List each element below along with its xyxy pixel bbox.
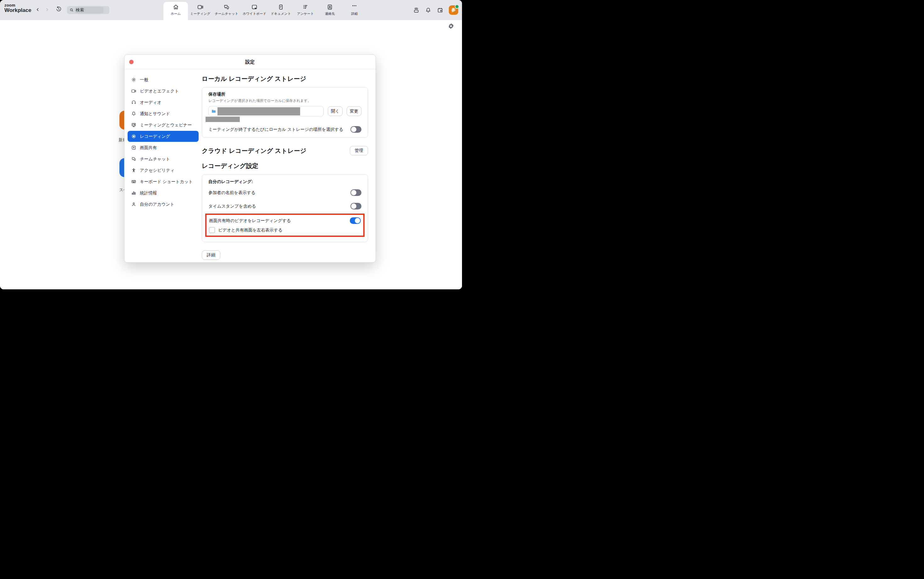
manage-button[interactable]: 管理 [350,146,368,155]
sidebar-item-statistics[interactable]: 統計情報 [128,187,199,198]
tab-home[interactable]: ホーム [163,2,188,20]
search-icon [70,8,74,12]
settings-sidebar: 一般 ビデオとエフェクト オーディオ [124,69,202,262]
keyboard-icon [131,179,136,184]
search-placeholder: 検索 [76,7,84,13]
calendar-icon[interactable] [437,7,443,13]
local-storage-card: 保存場所 レコーディングが選択された場所でローカルに保存されます。 開く 変更 [202,87,368,138]
forward-button[interactable]: › [43,5,51,14]
sidebar-item-meetings-webinars[interactable]: ミーティングとウェビナー [128,119,199,131]
whiteboard-icon [251,4,258,10]
save-location-desc: レコーディングが選択された場所でローカルに保存されます。 [209,98,362,103]
side-by-side-checkbox[interactable] [209,227,215,233]
cloud-recording-heading: クラウド レコーディング ストレージ [202,147,350,155]
titlebar-right: 参 [413,0,458,20]
include-timestamp-toggle[interactable] [350,203,362,209]
sidebar-item-video[interactable]: ビデオとエフェクト [128,85,199,96]
video-camera-icon [131,88,136,94]
highlight-red-box: 画面共有時のビデオをレコーディングする ビデオと共有画面を左右表示する [205,214,365,237]
search-input[interactable]: 検索 [67,6,109,14]
headphones-icon [131,100,136,105]
bar-chart-icon [131,190,136,196]
settings-content: ローカル レコーディング ストレージ 保存場所 レコーディングが選択された場所で… [202,69,376,262]
zoom-workplace-window: zoom Workplace ‹ › 検索 ホーム [0,0,462,290]
sidebar-item-keyboard-shortcuts[interactable]: キーボード ショートカット [128,176,199,187]
schedule-label: スケ [119,187,124,193]
more-dots-icon [351,4,358,10]
my-recordings-label: 自分のレコーディング: [209,179,362,185]
video-camera-icon [197,4,204,10]
share-screen-icon [131,145,136,150]
recording-settings-heading: レコーディング設定 [202,162,368,170]
zoom-workplace-logo: zoom Workplace [5,3,31,13]
main-tabs: ホーム ミーティング チームチャット ホワイトボー [163,2,367,20]
open-button[interactable]: 開く [328,106,342,116]
sidebar-item-notifications[interactable]: 通知とサウンド [128,108,199,119]
titlebar: zoom Workplace ‹ › 検索 ホーム [0,0,462,20]
back-button[interactable]: ‹ [34,5,41,14]
advanced-button[interactable]: 詳細 [202,250,220,260]
home-icon [173,4,179,10]
show-participant-names-toggle[interactable] [350,189,362,196]
sidebar-item-my-account[interactable]: 自分のアカウント [128,199,199,210]
sidebar-item-recording[interactable]: レコーディング [128,131,199,142]
record-video-during-share-toggle[interactable] [350,218,361,224]
sidebar-item-team-chat[interactable]: チームチャット [128,154,199,165]
chat-bubbles-icon [223,4,230,10]
recording-settings-card: 自分のレコーディング: 参加者の名前を表示する タイムスタンプを含める 画面共有… [202,174,368,242]
sidebar-item-screen-share[interactable]: 画面共有 [128,142,199,153]
home-settings-gear-icon[interactable] [448,23,454,29]
sidebar-item-audio[interactable]: オーディオ [128,97,199,108]
tab-meetings[interactable]: ミーティング [188,2,212,20]
new-meeting-label: 新規 [119,137,125,143]
chat-bubbles-icon [131,156,136,162]
folder-icon [211,109,216,114]
presence-dot [455,4,459,9]
side-by-side-label: ビデオと共有画面を左右表示する [218,227,282,233]
sidebar-item-accessibility[interactable]: アクセシビリティ [128,165,199,176]
share-to-device-icon[interactable] [413,7,420,13]
logo-workplace: Workplace [5,8,31,13]
monitor-grid-icon [131,122,136,128]
person-icon [131,201,136,207]
settings-dialog-title: 設定 [124,59,376,65]
notifications-bell-icon[interactable] [425,7,432,13]
survey-icon [302,4,309,10]
include-timestamp-label: タイムスタンプを含める [209,203,350,209]
change-button[interactable]: 変更 [347,106,362,116]
show-participant-names-label: 参加者の名前を表示する [209,190,350,196]
document-icon [277,4,284,10]
tab-docs[interactable]: ドキュメント [269,2,293,20]
sidebar-item-general[interactable]: 一般 [128,74,199,85]
gear-icon [131,77,136,82]
save-location-label: 保存場所 [209,92,362,97]
tab-surveys[interactable]: アンケート [293,2,318,20]
tab-more[interactable]: 詳細 [342,2,367,20]
tab-contacts[interactable]: 連絡先 [318,2,342,20]
tab-team-chat[interactable]: チームチャット [212,2,240,20]
tab-whiteboard[interactable]: ホワイトボード [240,2,269,20]
accessibility-person-icon [131,168,136,173]
settings-dialog-header: 設定 [124,55,376,69]
history-icon[interactable] [55,6,62,13]
choose-location-label: ミーティングが終了するたびにローカル ストレージの場所を選択する [209,127,350,132]
redacted-path [217,107,300,115]
recording-path-field[interactable] [209,106,324,116]
avatar[interactable]: 参 [449,5,458,15]
contact-card-icon [326,4,333,10]
settings-dialog: 設定 一般 ビデオとエフェクト [124,54,376,263]
choose-location-toggle[interactable] [350,126,362,133]
record-video-during-share-label: 画面共有時のビデオをレコーディングする [209,218,350,224]
logo-zoom: zoom [5,3,31,8]
local-recording-heading: ローカル レコーディング ストレージ [202,75,368,83]
bell-icon [131,111,136,116]
redacted-path-overflow [205,117,240,122]
record-icon [131,134,136,139]
